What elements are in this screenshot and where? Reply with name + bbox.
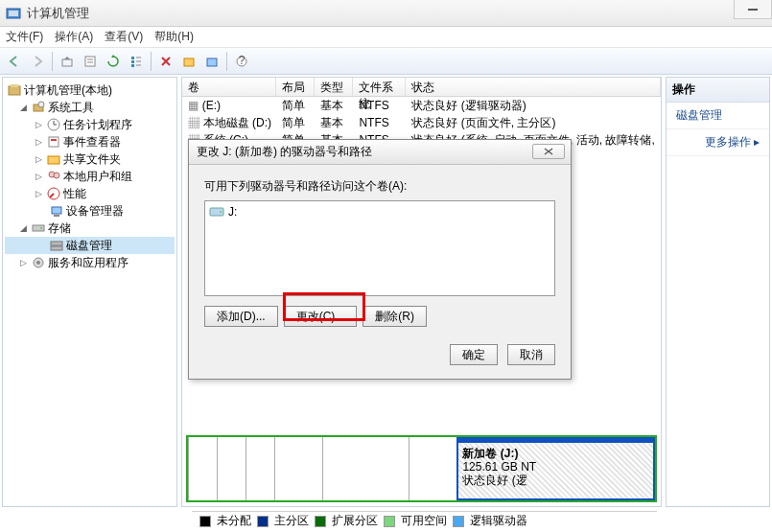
svg-rect-13 [184, 58, 194, 66]
up-button[interactable] [57, 51, 78, 72]
menu-view[interactable]: 查看(V) [105, 29, 143, 45]
tree-local-users[interactable]: ▷ 本地用户和组 [5, 168, 175, 185]
drive-list[interactable]: J: [204, 200, 555, 296]
disk-partition-selected[interactable]: 新加卷 (J:) 125.61 GB NT 状态良好 (逻 [456, 437, 654, 500]
tree-device-manager[interactable]: 设备管理器 [5, 202, 175, 220]
collapse-icon[interactable]: ◢ [18, 223, 29, 234]
volume-row[interactable]: ▦ 本地磁盘 (D:) 简单 基本 NTFS 状态良好 (页面文件, 主分区) [182, 114, 660, 131]
svg-rect-32 [54, 215, 59, 217]
tree-system-tools[interactable]: ◢ 系统工具 [5, 99, 175, 116]
header-volume[interactable]: 卷 [182, 78, 276, 96]
disk-map: 新加卷 (J:) 125.61 GB NT 状态良好 (逻 [186, 435, 656, 502]
tree-performance[interactable]: ▷ 性能 [5, 185, 175, 202]
window-title: 计算机管理 [27, 5, 89, 22]
actions-more[interactable]: 更多操作 ▸ [667, 129, 769, 156]
help-button[interactable]: ? [231, 51, 252, 72]
actions-disk-mgmt[interactable]: 磁盘管理 [667, 103, 769, 129]
chevron-right-icon: ▸ [754, 135, 760, 149]
svg-rect-26 [48, 156, 59, 164]
actions-pane: 操作 磁盘管理 更多操作 ▸ [666, 77, 770, 507]
disk-partition[interactable] [217, 437, 246, 500]
svg-text:?: ? [239, 55, 246, 67]
svg-rect-31 [52, 207, 61, 214]
cancel-button[interactable]: 取消 [507, 344, 555, 365]
menu-file[interactable]: 文件(F) [6, 29, 43, 45]
svg-rect-18 [11, 84, 18, 87]
close-icon [543, 148, 554, 155]
tree-shared-folders[interactable]: ▷ 共享文件夹 [5, 150, 175, 168]
drive-list-item[interactable]: J: [209, 205, 550, 219]
svg-rect-14 [207, 58, 217, 66]
disk-partition[interactable] [246, 437, 274, 500]
tree-storage[interactable]: ◢ 存储 [5, 220, 175, 237]
svg-rect-3 [62, 59, 72, 66]
forward-button[interactable] [27, 51, 48, 72]
drive-letter: J: [228, 205, 237, 219]
tree-event-viewer[interactable]: ▷ 事件查看器 [5, 133, 175, 150]
svg-rect-9 [131, 64, 134, 67]
expand-icon[interactable]: ▷ [34, 154, 44, 165]
dialog-close-button[interactable] [532, 144, 565, 159]
tree-root[interactable]: 计算机管理(本地) [5, 81, 175, 99]
drive-icon [209, 206, 224, 218]
dialog-instruction: 可用下列驱动器号和路径访问这个卷(A): [204, 178, 555, 195]
list-view-button[interactable] [126, 51, 147, 72]
volume-row[interactable]: ▦ (E:) 简单 基本 NTFS 状态良好 (逻辑驱动器) [182, 97, 660, 114]
action-a-button[interactable] [178, 51, 199, 72]
expand-icon[interactable]: ▷ [34, 137, 44, 148]
svg-rect-1 [9, 11, 18, 16]
toolbar: ? [0, 48, 772, 75]
dialog-titlebar[interactable]: 更改 J: (新加卷) 的驱动器号和路径 [189, 140, 571, 165]
add-button[interactable]: 添加(D)... [204, 306, 278, 327]
svg-rect-36 [51, 246, 62, 250]
tree-disk-management[interactable]: 磁盘管理 [5, 237, 175, 254]
disk-partition[interactable] [188, 437, 217, 500]
partition-size: 125.61 GB NT [462, 460, 648, 474]
disk-partition[interactable] [409, 437, 456, 500]
partition-status: 状态良好 (逻 [462, 474, 648, 487]
svg-point-20 [38, 102, 44, 107]
actions-header: 操作 [667, 78, 769, 103]
disk-legend: 未分配 主分区 扩展分区 可用空间 逻辑驱动器 [192, 511, 657, 530]
refresh-button[interactable] [103, 51, 124, 72]
collapse-icon[interactable]: ◢ [18, 103, 29, 113]
menu-bar: 文件(F) 操作(A) 查看(V) 帮助(H) [0, 27, 772, 48]
svg-rect-25 [51, 139, 57, 141]
volume-list-header[interactable]: 卷 布局 类型 文件系统 状态 [182, 78, 660, 97]
tree-task-scheduler[interactable]: ▷ 任务计划程序 [5, 116, 175, 133]
header-type[interactable]: 类型 [315, 78, 353, 96]
action-b-button[interactable] [201, 51, 222, 72]
menu-action[interactable]: 操作(A) [55, 29, 93, 45]
tree-services-apps[interactable]: ▷ 服务和应用程序 [5, 254, 175, 271]
window-titlebar: 计算机管理 [0, 0, 772, 27]
navigation-tree[interactable]: 计算机管理(本地) ◢ 系统工具 ▷ 任务计划程序 ▷ 事件查看器 ▷ 共享文件… [2, 77, 177, 507]
ok-button[interactable]: 确定 [450, 344, 498, 365]
properties-button[interactable] [80, 51, 101, 72]
svg-rect-17 [9, 86, 20, 95]
svg-rect-4 [85, 57, 95, 66]
svg-rect-8 [131, 60, 134, 63]
remove-button[interactable]: 删除(R) [363, 306, 427, 327]
delete-button[interactable] [155, 51, 176, 72]
window-minimize-button[interactable] [734, 0, 772, 19]
svg-rect-7 [131, 57, 134, 59]
back-button[interactable] [4, 51, 25, 72]
partition-name: 新加卷 (J:) [462, 447, 648, 460]
disk-partition[interactable] [322, 437, 409, 500]
menu-help[interactable]: 帮助(H) [154, 29, 194, 45]
expand-icon[interactable]: ▷ [34, 120, 44, 130]
svg-point-34 [40, 227, 42, 229]
svg-point-38 [36, 261, 40, 265]
header-fs[interactable]: 文件系统 [353, 78, 406, 96]
change-button[interactable]: 更改(C)... [284, 306, 358, 327]
expand-icon[interactable]: ▷ [34, 189, 44, 199]
expand-icon[interactable]: ▷ [34, 172, 44, 182]
dialog-title: 更改 J: (新加卷) 的驱动器号和路径 [197, 144, 372, 160]
disk-partition[interactable] [274, 437, 322, 500]
svg-point-28 [54, 173, 59, 178]
expand-icon[interactable]: ▷ [18, 258, 29, 268]
change-drive-letter-dialog: 更改 J: (新加卷) 的驱动器号和路径 可用下列驱动器号和路径访问这个卷(A)… [188, 139, 572, 380]
header-layout[interactable]: 布局 [276, 78, 315, 96]
svg-rect-2 [748, 9, 758, 11]
header-status[interactable]: 状态 [406, 78, 660, 96]
